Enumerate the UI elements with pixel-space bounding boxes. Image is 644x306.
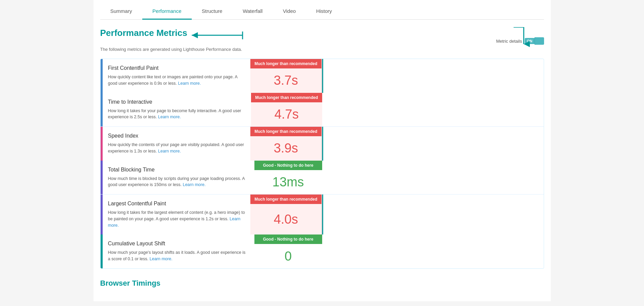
metrics-row-1: Speed Index How quickly the contents of … <box>101 127 544 195</box>
metric-value-lcp: 4.0s <box>250 204 321 234</box>
tab-performance[interactable]: Performance <box>142 3 192 20</box>
toggle-box <box>535 37 544 45</box>
section-header: Performance Metrics <box>100 28 544 45</box>
learn-more-fcp[interactable]: Learn more. <box>178 81 201 86</box>
metric-desc-si: How quickly the contents of your page ar… <box>108 142 245 155</box>
metrics-container: First Contentful Paint How quickly conte… <box>100 59 544 269</box>
metric-cell-tbt: Total Blocking Time How much time is blo… <box>101 161 322 195</box>
metric-value-area-cls: Good - Nothing to do here 0 <box>254 234 322 268</box>
learn-more-tti[interactable]: Learn more. <box>158 115 181 119</box>
metric-value-fcp: 3.7s <box>250 68 321 93</box>
metric-value-cls: 0 <box>254 244 322 268</box>
tab-video[interactable]: Video <box>273 3 306 20</box>
metric-desc-fcp: How quickly content like text or images … <box>108 74 245 87</box>
learn-more-tbt[interactable]: Learn more. <box>183 182 205 187</box>
metric-badge-fcp: Much longer than recommended <box>250 59 321 68</box>
panel-divider-0 <box>322 59 323 93</box>
metric-badge-lcp: Much longer than recommended <box>250 195 321 204</box>
metric-value-area-si: Much longer than recommended 3.9s <box>250 127 321 161</box>
left-arrow-annotation <box>188 30 249 42</box>
page-wrapper: Summary Performance Structure Waterfall … <box>94 0 551 301</box>
metric-cell-si: Speed Index How quickly the contents of … <box>101 127 322 161</box>
metrics-row-0: First Contentful Paint How quickly conte… <box>101 59 544 127</box>
down-arrow-annotation <box>510 27 531 47</box>
metric-value-area-tbt: Good - Nothing to do here 13ms <box>254 161 322 195</box>
metric-value-tbt: 13ms <box>254 170 322 195</box>
tab-waterfall[interactable]: Waterfall <box>232 3 273 20</box>
metric-title-fcp: First Contentful Paint <box>108 65 245 71</box>
metric-desc-lcp: How long it takes for the largest elemen… <box>108 209 245 228</box>
metric-content-si: Speed Index How quickly the contents of … <box>103 127 251 161</box>
metric-title-tbt: Total Blocking Time <box>108 167 249 173</box>
tab-history[interactable]: History <box>306 3 342 20</box>
tab-structure[interactable]: Structure <box>192 3 233 20</box>
learn-more-si[interactable]: Learn more. <box>158 149 181 154</box>
metric-cell-tti: Time to Interactive How long it takes fo… <box>101 93 322 127</box>
panel-divider-1 <box>322 127 323 161</box>
panel-divider-2 <box>322 195 323 234</box>
metric-value-area-tti: Much longer than recommended 4.7s <box>251 93 322 127</box>
metric-title-cls: Cumulative Layout Shift <box>108 241 249 247</box>
metric-desc-tbt: How much time is blocked by scripts duri… <box>108 176 249 188</box>
learn-more-cls[interactable]: Learn more. <box>149 257 172 261</box>
metric-value-area-fcp: Much longer than recommended 3.7s <box>250 59 321 93</box>
metric-badge-si: Much longer than recommended <box>250 127 321 136</box>
section-subtitle: The following metrics are generated usin… <box>100 47 544 52</box>
metric-content-tti: Time to Interactive How long it takes fo… <box>103 93 251 127</box>
metric-title-tti: Time to Interactive <box>108 99 246 105</box>
metric-badge-tbt: Good - Nothing to do here <box>254 161 322 170</box>
metric-desc-tti: How long it takes for your page to becom… <box>108 108 246 121</box>
metric-desc-cls: How much your page's layout shifts as it… <box>108 249 249 262</box>
metric-cell-lcp: Largest Contentful Paint How long it tak… <box>101 195 322 234</box>
metric-value-si: 3.9s <box>250 136 321 161</box>
browser-timings-title: Browser Timings <box>100 279 544 288</box>
section-title: Performance Metrics <box>100 28 187 38</box>
metric-content-fcp: First Contentful Paint How quickly conte… <box>103 59 251 93</box>
tab-summary[interactable]: Summary <box>100 3 142 20</box>
metric-content-cls: Cumulative Layout Shift How much your pa… <box>103 234 254 268</box>
metric-title-lcp: Largest Contentful Paint <box>108 201 245 207</box>
metric-value-tti: 4.7s <box>251 102 322 127</box>
learn-more-lcp[interactable]: Learn more. <box>108 217 241 228</box>
metrics-row-2: Largest Contentful Paint How long it tak… <box>101 195 544 268</box>
metric-title-si: Speed Index <box>108 133 245 139</box>
metric-badge-tti: Much longer than recommended <box>251 93 322 102</box>
metric-details-area: Metric details ON <box>496 37 544 45</box>
metric-content-tbt: Total Blocking Time How much time is blo… <box>103 161 254 195</box>
metric-content-lcp: Largest Contentful Paint How long it tak… <box>103 195 251 234</box>
metric-value-area-lcp: Much longer than recommended 4.0s <box>250 195 321 234</box>
metric-cell-fcp: First Contentful Paint How quickly conte… <box>101 59 322 93</box>
metric-badge-cls: Good - Nothing to do here <box>254 234 322 244</box>
metric-cell-cls: Cumulative Layout Shift How much your pa… <box>101 234 322 268</box>
tabs-bar: Summary Performance Structure Waterfall … <box>100 0 544 20</box>
